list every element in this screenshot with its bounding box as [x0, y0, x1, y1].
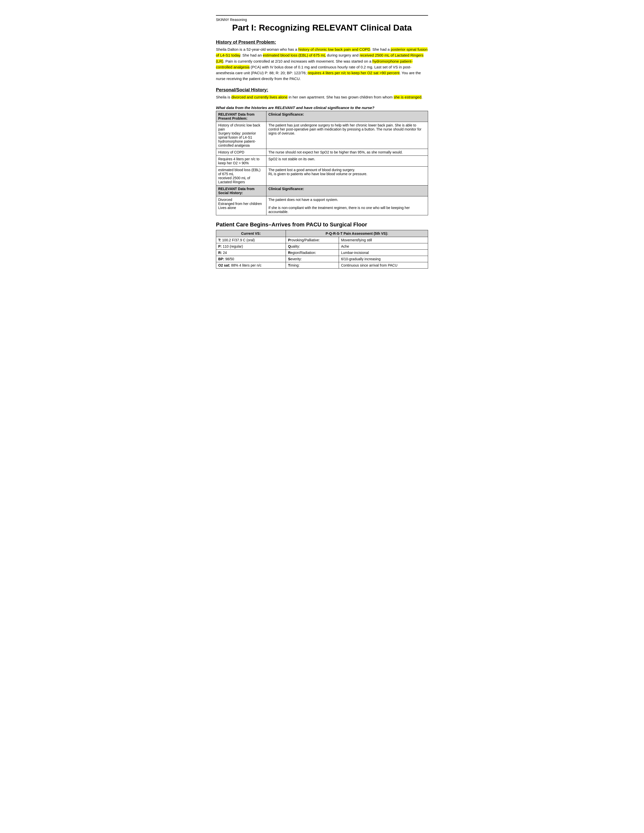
history-present-problem-text: Sheila Dalton is a 52-year-old woman who… — [216, 47, 428, 82]
relevant-social-header-row: RELEVANT Data from Social History: Clini… — [216, 185, 428, 196]
vs-row-bp: BP: 98/50 Severity: 6/10-gradually incre… — [216, 256, 428, 262]
vs-temp-cell: T: 100.2 F/37.9 C (oral) — [216, 237, 286, 243]
vs-region-value: Lumbar-incisional — [339, 249, 428, 256]
page-title: Part I: Recognizing RELEVANT Clinical Da… — [216, 23, 428, 32]
table-row: History of COPD The nurse should not exp… — [216, 149, 428, 156]
vs-pulse-cell: P: 110 (regular) — [216, 243, 286, 249]
vs-header-row: Current VS: P-Q-R-S-T Pain Assessment (5… — [216, 230, 428, 237]
vs-resp-cell: R: 24 — [216, 249, 286, 256]
table-row: Requires 4 liters per n/c to keep her O2… — [216, 156, 428, 166]
highlight-pca: hydromorphone patient-controlled analges… — [216, 59, 413, 69]
highlight-estranged: she is estranged — [394, 95, 422, 99]
history-present-problem-heading: History of Present Problem: — [216, 40, 428, 45]
relevant-present-header-col2: Clinical Significance: — [266, 111, 428, 122]
table-row: Divorced Estranged from her children Liv… — [216, 196, 428, 215]
table-row: estimated blood loss (EBL) of 675 mL rec… — [216, 166, 428, 185]
vs-region-label: Region/Radiation: — [286, 249, 339, 256]
vs-quality-value: Ache — [339, 243, 428, 249]
history-present-problem-section: History of Present Problem: Sheila Dalto… — [216, 40, 428, 82]
highlight-o2: requires 4 liters per n/c to keep her O2… — [308, 71, 399, 75]
vs-col2-header: P-Q-R-S-T Pain Assessment (5th VS): — [286, 230, 428, 237]
relevant-present-row1-col1: History of chronic low back pain Surgery… — [216, 122, 266, 149]
personal-social-history-text: Sheila is divorced and currently lives a… — [216, 94, 428, 100]
vs-timing-value: Continuous since arrival from PACU — [339, 262, 428, 269]
relevant-present-row3-col1: Requires 4 liters per n/c to keep her O2… — [216, 156, 266, 166]
relevant-data-table: RELEVANT Data from Present Problem: Clin… — [216, 111, 428, 215]
relevant-present-row3-col2: SpO2 is not stable on its own. — [266, 156, 428, 166]
vs-row-o2: O2 sat: 88% 4 liters per n/c Timing: Con… — [216, 262, 428, 269]
vs-row-pulse: P: 110 (regular) Quality: Ache — [216, 243, 428, 249]
relevant-present-row2-col2: The nurse should not expect her SpO2 to … — [266, 149, 428, 156]
highlight-divorced-alone: divorced and currently lives alone — [231, 95, 288, 99]
relevant-present-row4-col2: The patient lost a good amount of blood … — [266, 166, 428, 185]
relevant-present-row1-col2: The patient has just undergone surgery t… — [266, 122, 428, 149]
skinny-label: SKINNY Reasoning — [216, 18, 428, 22]
relevant-present-header-col1: RELEVANT Data from Present Problem: — [216, 111, 266, 122]
relevant-social-row1-col1: Divorced Estranged from her children Liv… — [216, 196, 266, 215]
vs-o2-cell: O2 sat: 88% 4 liters per n/c — [216, 262, 286, 269]
relevant-social-header-col1: RELEVANT Data from Social History: — [216, 185, 266, 196]
vs-provoking-value: Movement/lying still — [339, 237, 428, 243]
highlight-chronic-back-copd: history of chronic low back pain and COP… — [298, 47, 370, 51]
personal-social-history-heading: Personal/Social History: — [216, 87, 428, 93]
relevant-present-header-row: RELEVANT Data from Present Problem: Clin… — [216, 111, 428, 122]
table-question: What data from the histories are RELEVAN… — [216, 106, 428, 110]
vs-quality-label: Quality: — [286, 243, 339, 249]
top-rule — [216, 15, 428, 16]
vs-row-temp: T: 100.2 F/37.9 C (oral) Provoking/Palli… — [216, 237, 428, 243]
vs-timing-label: Timing: — [286, 262, 339, 269]
relevant-social-header-col2: Clinical Significance: — [266, 185, 428, 196]
patient-care-heading: Patient Care Begins–Arrives from PACU to… — [216, 221, 428, 228]
vs-severity-label: Severity: — [286, 256, 339, 262]
relevant-social-row1-col2: The patient does not have a support syst… — [266, 196, 428, 215]
vs-row-resp: R: 24 Region/Radiation: Lumbar-incisiona… — [216, 249, 428, 256]
table-row: History of chronic low back pain Surgery… — [216, 122, 428, 149]
highlight-ebl: estimated blood loss (EBL) of 675 mL — [263, 53, 326, 57]
vs-provoking-label: Provoking/Palliative: — [286, 237, 339, 243]
patient-care-section: Patient Care Begins–Arrives from PACU to… — [216, 221, 428, 269]
relevant-present-row4-col1: estimated blood loss (EBL) of 675 mL rec… — [216, 166, 266, 185]
personal-social-history-section: Personal/Social History: Sheila is divor… — [216, 87, 428, 100]
vs-severity-value: 6/10-gradually increasing — [339, 256, 428, 262]
vs-col1-header: Current VS: — [216, 230, 286, 237]
vs-bp-cell: BP: 98/50 — [216, 256, 286, 262]
vs-table: Current VS: P-Q-R-S-T Pain Assessment (5… — [216, 230, 428, 269]
relevant-present-row2-col1: History of COPD — [216, 149, 266, 156]
